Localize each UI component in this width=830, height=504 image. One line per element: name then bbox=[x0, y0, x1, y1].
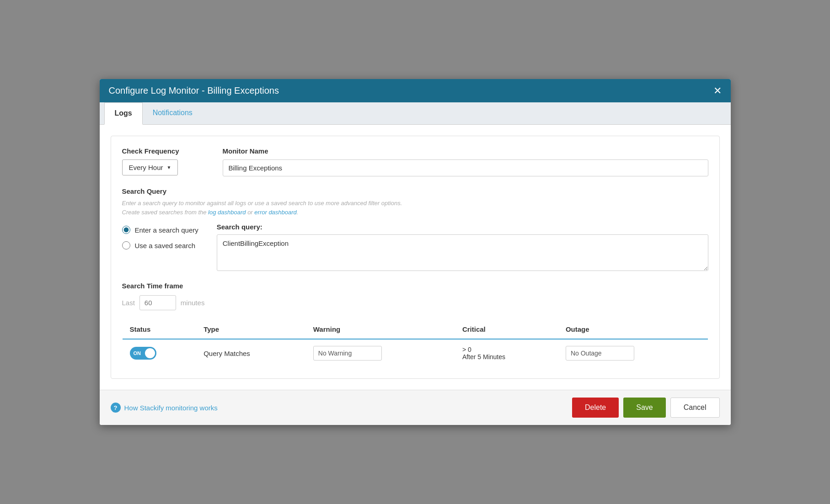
form-section: Check Frequency Every Hour ▼ Monitor Nam… bbox=[111, 136, 720, 379]
search-desc-end: . bbox=[297, 209, 299, 216]
monitor-name-input[interactable] bbox=[223, 159, 708, 176]
col-status: Status bbox=[122, 320, 196, 340]
timeframe-row: Last minutes bbox=[122, 295, 708, 310]
log-dashboard-link[interactable]: log dashboard bbox=[208, 209, 246, 216]
col-type: Type bbox=[196, 320, 306, 340]
last-label: Last bbox=[122, 299, 135, 307]
col-outage: Outage bbox=[558, 320, 708, 340]
table-row: ON Query Matches > 0 bbox=[122, 339, 708, 367]
monitor-name-group: Monitor Name bbox=[223, 147, 708, 176]
error-dashboard-link[interactable]: error dashboard bbox=[254, 209, 297, 216]
radio-enter-query-label: Enter a search query bbox=[135, 226, 198, 234]
type-value: Query Matches bbox=[203, 350, 250, 357]
check-frequency-value: Every Hour bbox=[129, 164, 163, 171]
status-cell: ON bbox=[122, 339, 196, 367]
check-frequency-label: Check Frequency bbox=[122, 147, 204, 155]
col-critical: Critical bbox=[455, 320, 558, 340]
search-query-title: Search Query bbox=[122, 187, 708, 195]
check-frequency-dropdown[interactable]: Every Hour ▼ bbox=[122, 159, 178, 175]
outage-cell bbox=[558, 339, 708, 367]
radio-saved-search-label: Use a saved search bbox=[135, 242, 196, 249]
radio-saved-search[interactable]: Use a saved search bbox=[122, 241, 198, 249]
cancel-button[interactable]: Cancel bbox=[670, 398, 720, 418]
tab-notifications[interactable]: Notifications bbox=[143, 102, 203, 124]
radio-saved-search-input[interactable] bbox=[122, 241, 130, 249]
help-icon: ? bbox=[111, 403, 121, 413]
search-timeframe-section: Search Time frame Last minutes bbox=[122, 282, 708, 310]
tab-logs[interactable]: Logs bbox=[104, 102, 143, 125]
warning-cell bbox=[306, 339, 455, 367]
col-warning: Warning bbox=[306, 320, 455, 340]
search-query-textarea[interactable]: ClientBillingException bbox=[217, 234, 708, 271]
save-button[interactable]: Save bbox=[623, 398, 665, 418]
search-desc-line2: Create saved searches from the bbox=[122, 209, 207, 216]
top-row: Check Frequency Every Hour ▼ Monitor Nam… bbox=[122, 147, 708, 176]
footer-buttons: Delete Save Cancel bbox=[572, 398, 720, 418]
check-frequency-group: Check Frequency Every Hour ▼ bbox=[122, 147, 204, 175]
search-options: Enter a search query Use a saved search … bbox=[122, 223, 708, 273]
close-button[interactable]: ✕ bbox=[713, 86, 722, 96]
toggle-slider bbox=[130, 347, 156, 360]
type-cell: Query Matches bbox=[196, 339, 306, 367]
search-desc-or: or bbox=[247, 209, 253, 216]
radio-group: Enter a search query Use a saved search bbox=[122, 223, 198, 249]
tab-bar: Logs Notifications bbox=[100, 102, 731, 125]
delete-button[interactable]: Delete bbox=[572, 398, 619, 418]
modal-footer: ? How Stackify monitoring works Delete S… bbox=[100, 390, 731, 425]
table-body: ON Query Matches > 0 bbox=[122, 339, 708, 367]
modal-header: Configure Log Monitor - Billing Exceptio… bbox=[100, 79, 731, 102]
status-toggle[interactable]: ON bbox=[130, 347, 156, 360]
configure-log-monitor-modal: Configure Log Monitor - Billing Exceptio… bbox=[100, 79, 731, 425]
warning-input[interactable] bbox=[313, 346, 382, 361]
search-query-input-group: Search query: ClientBillingException bbox=[217, 223, 708, 273]
radio-enter-query[interactable]: Enter a search query bbox=[122, 226, 198, 234]
critical-cell: > 0 After 5 Minutes bbox=[455, 339, 558, 367]
chevron-down-icon: ▼ bbox=[167, 165, 171, 170]
radio-enter-query-input[interactable] bbox=[122, 226, 130, 234]
help-link-text: How Stackify monitoring works bbox=[124, 404, 218, 412]
critical-line1: > 0 bbox=[462, 346, 551, 353]
search-query-section: Search Query Enter a search query to mon… bbox=[122, 187, 708, 273]
search-timeframe-title: Search Time frame bbox=[122, 282, 708, 290]
search-desc-line1: Enter a search query to monitor against … bbox=[122, 200, 402, 207]
minutes-label: minutes bbox=[181, 299, 205, 307]
table-header: Status Type Warning Critical Outage bbox=[122, 320, 708, 340]
help-link[interactable]: ? How Stackify monitoring works bbox=[111, 403, 218, 413]
critical-value: > 0 After 5 Minutes bbox=[462, 346, 551, 361]
outage-input[interactable] bbox=[566, 346, 634, 361]
modal-title: Configure Log Monitor - Billing Exceptio… bbox=[109, 85, 279, 96]
monitor-name-label: Monitor Name bbox=[223, 147, 708, 155]
monitor-table: Status Type Warning Critical Outage bbox=[122, 319, 708, 367]
search-query-field-label: Search query: bbox=[217, 223, 708, 231]
timeframe-minutes-input[interactable] bbox=[139, 295, 176, 310]
modal-body: Check Frequency Every Hour ▼ Monitor Nam… bbox=[100, 125, 731, 390]
critical-line2: After 5 Minutes bbox=[462, 353, 551, 361]
search-query-description: Enter a search query to monitor against … bbox=[122, 199, 708, 217]
